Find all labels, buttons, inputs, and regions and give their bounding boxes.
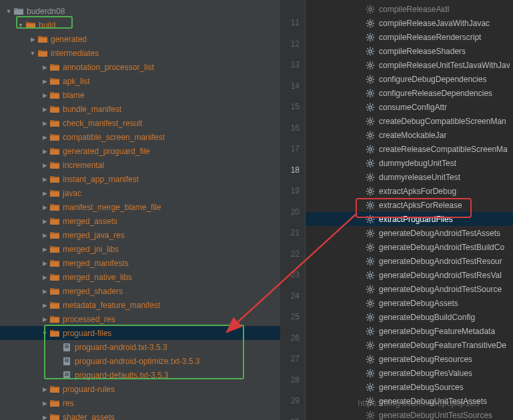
gradle-task[interactable]: generateDebugAssets xyxy=(306,296,513,310)
tree-item[interactable]: ▶proguard-android.txt-3.5.3 xyxy=(0,340,280,354)
gradle-task[interactable]: createDebugCompatibleScreenMan xyxy=(306,114,513,128)
chevron-right-icon[interactable]: ▶ xyxy=(41,316,48,323)
tree-item[interactable]: ▶generated xyxy=(0,32,280,46)
chevron-right-icon[interactable]: ▶ xyxy=(41,176,48,183)
tree-item[interactable]: ▶res xyxy=(0,396,280,410)
tree-item[interactable]: ▶javac xyxy=(0,186,280,200)
gradle-task[interactable]: configureReleaseDependencies xyxy=(306,86,513,100)
gradle-task[interactable]: generateDebugResValues xyxy=(306,366,513,380)
chevron-right-icon[interactable]: ▶ xyxy=(41,302,48,309)
gradle-task[interactable]: compileReleaseJavaWithJavac xyxy=(306,16,513,30)
tree-item[interactable]: ▶merged_java_res xyxy=(0,228,280,242)
chevron-right-icon[interactable]: ▶ xyxy=(41,78,48,85)
tree-item[interactable]: ▶proguard-defaults.txt-3.5.3 xyxy=(0,368,280,382)
folder-icon xyxy=(37,49,48,58)
tree-item[interactable]: ▶compatible_screen_manifest xyxy=(0,130,280,144)
task-label: generateDebugAssets xyxy=(379,299,458,308)
chevron-down-icon[interactable]: ▼ xyxy=(41,330,48,337)
tree-item[interactable]: ▼intermediates xyxy=(0,46,280,60)
chevron-right-icon[interactable]: ▶ xyxy=(29,36,36,43)
tree-item[interactable]: ▶annotation_processor_list xyxy=(0,60,280,74)
chevron-right-icon[interactable]: ▶ xyxy=(41,190,48,197)
gradle-task[interactable]: generateDebugAndroidTestSource xyxy=(306,282,513,296)
chevron-right-icon[interactable]: ▶ xyxy=(41,260,48,267)
tree-item[interactable]: ▶merged_manifests xyxy=(0,256,280,270)
chevron-down-icon[interactable]: ▼ xyxy=(5,8,12,15)
chevron-right-icon[interactable]: ▶ xyxy=(41,386,48,393)
tree-item[interactable]: ▼build xyxy=(0,18,280,32)
gradle-task[interactable]: generateDebugAndroidTestBuildCo xyxy=(306,240,513,254)
project-tree[interactable]: ▼buderdn08▼build▶generated▼intermediates… xyxy=(0,0,280,420)
tree-item[interactable]: ▶processed_res xyxy=(0,312,280,326)
gradle-task[interactable]: dummydebugUnitTest xyxy=(306,156,513,170)
tree-item[interactable]: ▶check_manifest_result xyxy=(0,116,280,130)
gradle-task[interactable]: generateDebugFeatureMetadata xyxy=(306,324,513,338)
gradle-task[interactable]: generateDebugResources xyxy=(306,352,513,366)
tree-item[interactable]: ▶merged_assets xyxy=(0,214,280,228)
gear-icon xyxy=(366,229,375,238)
gradle-task[interactable]: generateDebugUnitTestSources xyxy=(306,408,513,420)
chevron-right-icon[interactable]: ▶ xyxy=(41,288,48,295)
chevron-right-icon[interactable]: ▶ xyxy=(41,246,48,253)
chevron-right-icon[interactable]: ▶ xyxy=(41,274,48,281)
chevron-down-icon[interactable]: ▼ xyxy=(17,22,24,29)
chevron-right-icon[interactable]: ▶ xyxy=(41,148,48,155)
folder-icon xyxy=(37,35,48,44)
gradle-task[interactable]: compileReleaseUnitTestJavaWithJav xyxy=(306,58,513,72)
line-number: 18 xyxy=(280,163,300,177)
gradle-task[interactable]: extractProguardFiles xyxy=(306,212,513,226)
gradle-task[interactable]: dummyreleaseUnitTest xyxy=(306,170,513,184)
gradle-task[interactable]: generateDebugAndroidTestResVal xyxy=(306,268,513,282)
tree-item[interactable]: ▶proguard-android-optimize.txt-3.5.3 xyxy=(0,354,280,368)
tree-item[interactable]: ▶manifest_merge_blame_file xyxy=(0,200,280,214)
tree-item[interactable]: ▼proguard-files xyxy=(0,326,280,340)
tree-item[interactable]: ▶merged_jni_libs xyxy=(0,242,280,256)
gradle-task[interactable]: createMockableJar xyxy=(306,128,513,142)
tree-item[interactable]: ▶bundle_manifest xyxy=(0,102,280,116)
gradle-task-list[interactable]: compileReleaseAidlcompileReleaseJavaWith… xyxy=(306,0,513,420)
gradle-task[interactable]: generateDebugBuildConfig xyxy=(306,310,513,324)
gradle-task[interactable]: extractApksForRelease xyxy=(306,198,513,212)
tree-item[interactable]: ▶instant_app_manifest xyxy=(0,172,280,186)
chevron-right-icon[interactable]: ▶ xyxy=(41,134,48,141)
tree-item-label: incremental xyxy=(63,161,104,170)
chevron-right-icon[interactable]: ▶ xyxy=(41,218,48,225)
tree-item[interactable]: ▶blame xyxy=(0,88,280,102)
tree-item[interactable]: ▶merged_shaders xyxy=(0,284,280,298)
gradle-task[interactable]: consumeConfigAttr xyxy=(306,100,513,114)
gradle-task[interactable]: compileReleaseAidl xyxy=(306,2,513,16)
gradle-task[interactable]: compileReleaseShaders xyxy=(306,44,513,58)
gradle-task[interactable]: createReleaseCompatibleScreenMa xyxy=(306,142,513,156)
tree-item[interactable]: ▶merged_native_libs xyxy=(0,270,280,284)
chevron-right-icon[interactable]: ▶ xyxy=(41,414,48,421)
chevron-right-icon[interactable]: ▶ xyxy=(41,162,48,169)
gradle-task[interactable]: generateDebugAndroidTestAssets xyxy=(306,226,513,240)
gradle-task[interactable]: compileReleaseRenderscript xyxy=(306,30,513,44)
gradle-task[interactable]: generateDebugAndroidTestResour xyxy=(306,254,513,268)
tree-item[interactable]: ▶apk_list xyxy=(0,74,280,88)
svg-line-92 xyxy=(368,123,368,124)
chevron-right-icon[interactable]: ▶ xyxy=(41,106,48,113)
chevron-right-icon[interactable]: ▶ xyxy=(41,120,48,127)
task-label: compileReleaseJavaWithJavac xyxy=(379,19,490,28)
gradle-task[interactable]: extractApksForDebug xyxy=(306,184,513,198)
tree-item[interactable]: ▶metadata_feature_manifest xyxy=(0,298,280,312)
gradle-task[interactable]: generateDebugFeatureTransitiveDe xyxy=(306,338,513,352)
tree-item[interactable]: ▶incremental xyxy=(0,158,280,172)
folder-icon xyxy=(49,77,60,86)
gradle-task[interactable]: configureDebugDependencies xyxy=(306,72,513,86)
gear-icon xyxy=(366,285,375,294)
svg-line-117 xyxy=(372,165,373,166)
tree-item[interactable]: ▼buderdn08 xyxy=(0,4,280,18)
tree-item[interactable]: ▶proguard-rules xyxy=(0,382,280,396)
tree-item[interactable]: ▶generated_proguard_file xyxy=(0,144,280,158)
chevron-right-icon[interactable]: ▶ xyxy=(41,232,48,239)
chevron-right-icon[interactable]: ▶ xyxy=(41,204,48,211)
chevron-down-icon[interactable]: ▼ xyxy=(29,50,36,57)
chevron-right-icon[interactable]: ▶ xyxy=(41,400,48,407)
gradle-task[interactable]: generateDebugSources xyxy=(306,380,513,394)
tree-item[interactable]: ▶shader_assets xyxy=(0,410,280,420)
chevron-right-icon[interactable]: ▶ xyxy=(41,92,48,99)
gradle-task[interactable]: generateDebugUnitTestAssets xyxy=(306,394,513,408)
chevron-right-icon[interactable]: ▶ xyxy=(41,64,48,71)
